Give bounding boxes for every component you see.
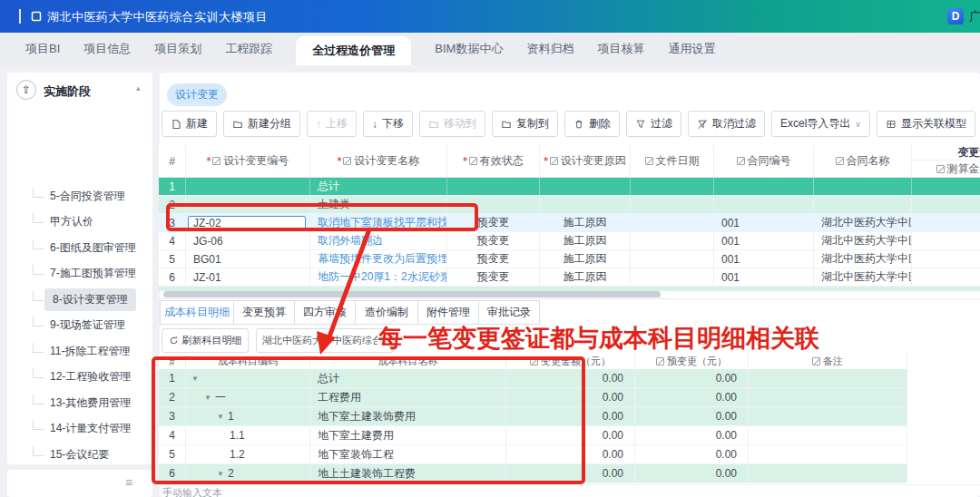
- edit-icon: [212, 157, 220, 165]
- collapse-caret-icon[interactable]: ▴: [136, 83, 141, 93]
- sidebar-item-design-change[interactable]: 8-设计变更管理: [11, 288, 149, 310]
- sidebar-item-other-fees[interactable]: 13-其他费用管理: [11, 392, 149, 414]
- cost-row[interactable]: 5 1.2 地下室装饰工程 0.00 0.00: [159, 445, 907, 464]
- detail-tab-cost-items[interactable]: 成本科目明细: [160, 300, 234, 325]
- col-header-file-date: 文件日期: [631, 145, 714, 177]
- required-mark: *: [544, 155, 548, 168]
- col-header-cost-code: 成本科目编码: [186, 354, 310, 369]
- funnel-icon: [635, 119, 646, 130]
- col-header-num: #: [159, 145, 186, 177]
- change-name-link[interactable]: 取消外墙翻边: [310, 232, 447, 249]
- nav-tab-project-bi[interactable]: 项目BI: [25, 33, 60, 65]
- col-header-change-amount: 变更金额（元）: [506, 354, 635, 369]
- sidebar-item-meeting-minutes[interactable]: 15-会议纪要: [11, 443, 149, 465]
- phase-circle-icon: ⇧: [16, 80, 36, 100]
- nav-tab-archive[interactable]: 资料归档: [526, 33, 573, 65]
- new-doc-icon: [171, 119, 181, 130]
- col-header-note: 备注: [749, 354, 907, 369]
- cost-row[interactable]: 6 ▼2 地上土建装饰工程费 0.00 0.00: [159, 464, 907, 483]
- cost-row[interactable]: 4 1.1 地下室土建费用 0.00 0.00: [159, 426, 907, 445]
- cost-row[interactable]: 2 ▼一 工程费用 0.00 0.00: [159, 388, 907, 407]
- col-header-change-name: *设计变更名称: [310, 145, 447, 177]
- refresh-icon: [169, 336, 179, 346]
- change-name-link[interactable]: 取消地下室顶板找平层和找坡层: [310, 214, 447, 231]
- col-header-num: #: [159, 354, 186, 369]
- cancel-filter-button[interactable]: 取消过滤: [688, 111, 765, 137]
- edit-icon: [936, 165, 945, 173]
- excel-import-export-button[interactable]: Excel导入导出 ∨: [771, 111, 870, 137]
- table-row[interactable]: 4 JG-06 取消外墙翻边 预变更 施工原因 001 湖北中医药大学中医药..…: [159, 232, 980, 250]
- cost-row-total[interactable]: 1 ▼ 总计 0.00 0.00: [159, 369, 907, 388]
- sidebar-item-site-visa[interactable]: 9-现场签证管理: [11, 315, 149, 336]
- cost-row[interactable]: 3 ▼1 地下室土建装饰费用 0.00 0.00: [159, 407, 907, 426]
- detail-tab-cost-compilation[interactable]: 造价编制: [355, 300, 418, 325]
- move-to-button[interactable]: 移动到: [419, 111, 485, 137]
- tree-caret-icon[interactable]: ▼: [204, 394, 211, 402]
- sidebar-item-owner-pricing[interactable]: 甲方认价: [11, 211, 149, 233]
- nav-tab-cost-management[interactable]: 全过程造价管理: [296, 36, 411, 65]
- col-header-contract-no: 合同编号: [714, 145, 814, 177]
- delete-button[interactable]: 删除: [564, 111, 620, 137]
- sidebar-item-contract-investment[interactable]: 5-合同投资管理: [11, 185, 149, 207]
- status-divider: [160, 484, 980, 485]
- nav-tab-accounting[interactable]: 项目核算: [597, 33, 644, 65]
- refresh-cost-items-button[interactable]: 刷新科目明细: [162, 328, 249, 353]
- col-header-reason: *设计变更原因: [540, 145, 631, 177]
- detail-tab-approval-records[interactable]: 审批记录: [478, 300, 540, 325]
- table-row[interactable]: 6 JZ-01 地防一中20厚1：2水泥砂浆找平... 预变更 施工原因 001…: [159, 268, 980, 287]
- sidebar-item-acceptance[interactable]: 12-工程验收管理: [11, 366, 149, 388]
- tree-caret-icon[interactable]: ▼: [217, 470, 224, 478]
- col-header-pre-change: 预变更（元）: [635, 354, 749, 369]
- nav-tab-settings[interactable]: 通用设置: [668, 33, 715, 65]
- detail-tab-attachments[interactable]: 附件管理: [417, 300, 479, 325]
- sidebar-item-drawings[interactable]: 6-图纸及图审管理: [11, 237, 149, 258]
- edit-icon: [737, 157, 745, 165]
- move-down-button[interactable]: ↓ 下移: [363, 111, 413, 137]
- nav-tab-bim-center[interactable]: BIM数据中心: [435, 33, 503, 65]
- edit-icon: [343, 157, 351, 165]
- edit-icon: [645, 157, 653, 165]
- change-name-link[interactable]: 幕墙预埋件更改为后置预埋件+化...: [310, 250, 447, 268]
- table-row[interactable]: 5 BG01 幕墙预埋件更改为后置预埋件+化... 预变更 施工原因 001 湖…: [159, 250, 980, 268]
- change-name-link[interactable]: 地防一中20厚1：2水泥砂浆找平...: [310, 268, 447, 286]
- sidebar-item-construction-budget[interactable]: 7-施工图预算管理: [11, 263, 149, 285]
- title-bar: 湖北中医药大学中医药综合实训大楼项目: [0, 0, 980, 33]
- tree-branch-icon: [33, 317, 44, 326]
- tree-caret-icon[interactable]: ▼: [217, 413, 224, 421]
- detail-tab-four-party-review[interactable]: 四方审核: [294, 300, 356, 325]
- new-button[interactable]: 新建: [162, 111, 217, 137]
- tree-caret-icon[interactable]: ▼: [191, 375, 199, 383]
- edit-icon: [469, 157, 477, 165]
- col-header-status: *有效状态: [447, 145, 540, 177]
- edit-icon: [550, 157, 558, 165]
- sidebar-item-demolition[interactable]: 11-拆除工程管理: [11, 340, 149, 362]
- project-dropdown[interactable]: 湖北中医药大学中医药综合 ∨: [256, 328, 394, 353]
- edit-icon: [656, 357, 664, 365]
- tree-branch-icon: [33, 368, 44, 378]
- nav-tab-progress[interactable]: 工程跟踪: [225, 33, 272, 65]
- view-tab-design-change[interactable]: 设计变更: [167, 83, 227, 106]
- nav-tab-project-info[interactable]: 项目信息: [83, 33, 131, 65]
- move-up-button[interactable]: ↑ 上移: [307, 111, 357, 137]
- sidebar-collapse-icon[interactable]: ≡: [125, 475, 132, 490]
- trash-icon: [573, 119, 584, 130]
- change-code-input[interactable]: JZ-02: [188, 216, 306, 230]
- new-group-button[interactable]: 新建分组: [223, 111, 300, 137]
- detail-tab-change-budget[interactable]: 变更预算: [233, 300, 295, 325]
- table-row-group-civil[interactable]: 2 土建类: [159, 196, 980, 214]
- filter-button[interactable]: 过滤: [626, 111, 681, 137]
- col-header-cost-name: 成本科目名称: [310, 354, 506, 369]
- tree-branch-icon: [33, 213, 44, 223]
- arrow-up-icon: ↑: [316, 118, 321, 131]
- chevron-down-icon: ∨: [855, 120, 861, 129]
- status-bar-text: 手动输入文本: [162, 486, 222, 497]
- table-row-total[interactable]: 1 总计: [159, 178, 980, 196]
- tree-branch-icon: [33, 395, 44, 404]
- copy-to-button[interactable]: 复制到: [492, 111, 558, 137]
- nav-tab-project-plan[interactable]: 项目策划: [154, 33, 201, 65]
- sidebar-item-payment[interactable]: 14-计量支付管理: [11, 418, 149, 440]
- show-linked-model-button[interactable]: 显示关联模型: [877, 111, 975, 137]
- project-title: 湖北中医药大学中医药综合实训大楼项目: [47, 9, 268, 25]
- table-row-selected[interactable]: 3 JZ-02 取消地下室顶板找平层和找坡层 预变更 施工原因 001 湖北中医…: [159, 214, 980, 232]
- horizontal-scrollbar-thumb[interactable]: [163, 291, 661, 297]
